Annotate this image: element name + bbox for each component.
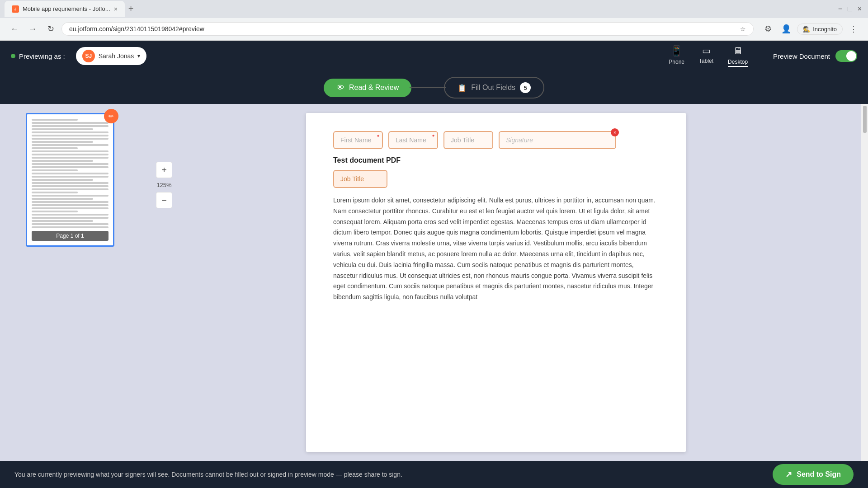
zoom-out-button[interactable]: − bbox=[156, 192, 172, 208]
form-fields-row: First Name * Last Name * Job Title × Sig… bbox=[333, 131, 659, 149]
fill-fields-step[interactable]: 📋 Fill Out Fields 5 bbox=[444, 77, 544, 99]
preview-toggle[interactable] bbox=[835, 50, 857, 62]
forward-button[interactable]: → bbox=[25, 22, 40, 36]
thumb-line bbox=[32, 125, 108, 127]
thumb-line bbox=[32, 169, 78, 171]
first-name-placeholder: First Name bbox=[340, 136, 371, 144]
eye-icon: 👁 bbox=[336, 83, 344, 93]
thumb-line bbox=[32, 166, 108, 168]
thumb-line bbox=[32, 147, 78, 149]
thumbnail-lines bbox=[32, 119, 108, 228]
signature-placeholder: Signature bbox=[506, 136, 533, 144]
new-tab-button[interactable]: + bbox=[128, 4, 134, 14]
preview-document-label: Preview Document bbox=[773, 52, 830, 60]
thumb-line bbox=[32, 131, 108, 133]
phone-icon: 📱 bbox=[670, 45, 683, 57]
thumb-line bbox=[32, 141, 93, 143]
edit-icon: ✏ bbox=[108, 113, 114, 120]
doc-container: ✏ bbox=[0, 104, 868, 461]
scrollbar-thumb[interactable] bbox=[863, 106, 867, 133]
address-text: eu.jotform.com/sign/231401150198042#prev… bbox=[69, 25, 736, 33]
thumb-line bbox=[32, 160, 93, 162]
first-name-field[interactable]: First Name * bbox=[333, 131, 383, 149]
user-selector[interactable]: SJ Sarah Jonas ▾ bbox=[76, 47, 147, 65]
job-title-body-field[interactable]: Job Title bbox=[333, 170, 387, 188]
thumb-line bbox=[32, 220, 93, 222]
extensions-button[interactable]: ⚙ bbox=[761, 22, 775, 36]
thumb-line bbox=[32, 176, 108, 178]
active-tab[interactable]: J Mobile app requriements - Jotfo... × bbox=[5, 1, 125, 17]
thumb-line bbox=[32, 179, 93, 181]
tab-favicon: J bbox=[12, 5, 19, 13]
last-name-field[interactable]: Last Name * bbox=[388, 131, 438, 149]
device-buttons: 📱 Phone ▭ Tablet 🖥 Desktop bbox=[669, 45, 748, 67]
tab-title: Mobile app requriements - Jotfo... bbox=[23, 5, 110, 12]
back-button[interactable]: ← bbox=[7, 22, 22, 36]
scrollbar[interactable] bbox=[861, 104, 868, 461]
zoom-level: 125% bbox=[156, 180, 171, 190]
thumb-line bbox=[32, 135, 108, 136]
refresh-button[interactable]: ↻ bbox=[43, 22, 58, 36]
avatar: SJ bbox=[82, 50, 95, 62]
chevron-down-icon: ▾ bbox=[137, 53, 140, 59]
step-connector bbox=[410, 87, 446, 88]
window-close[interactable]: × bbox=[858, 5, 862, 13]
thumb-line bbox=[32, 163, 108, 165]
thumb-line bbox=[32, 211, 78, 212]
signature-close-icon[interactable]: × bbox=[611, 128, 619, 136]
doc-body-text: Lorem ipsum dolor sit amet, consectetur … bbox=[333, 195, 659, 303]
fill-icon: 📋 bbox=[458, 84, 467, 92]
preview-document-section: Preview Document bbox=[773, 50, 857, 62]
steps-bar: 👁 Read & Review 📋 Fill Out Fields 5 bbox=[0, 71, 868, 104]
main-content: 👁 Read & Review 📋 Fill Out Fields 5 ✏ bbox=[0, 71, 868, 461]
thumb-line bbox=[32, 198, 93, 200]
thumb-line bbox=[32, 204, 108, 206]
desktop-icon: 🖥 bbox=[733, 45, 743, 57]
profile-button[interactable]: 👤 bbox=[779, 22, 793, 36]
tablet-icon: ▭ bbox=[702, 45, 711, 56]
job-title-top-field[interactable]: Job Title bbox=[443, 131, 493, 149]
thumb-line bbox=[32, 182, 108, 184]
send-to-sign-label: Send to Sign bbox=[797, 470, 841, 479]
tablet-label: Tablet bbox=[699, 58, 713, 64]
thumb-line bbox=[32, 201, 108, 203]
bookmark-icon[interactable]: ☆ bbox=[740, 25, 746, 33]
address-bar[interactable]: eu.jotform.com/sign/231401150198042#prev… bbox=[61, 22, 754, 36]
send-to-sign-button[interactable]: ↗ Send to Sign bbox=[773, 464, 854, 485]
incognito-icon: 🕵 bbox=[803, 26, 810, 33]
incognito-badge: 🕵 Incognito bbox=[797, 23, 843, 35]
zoom-in-button[interactable]: + bbox=[156, 162, 172, 178]
menu-button[interactable]: ⋮ bbox=[846, 22, 861, 36]
window-minimize[interactable]: − bbox=[838, 5, 842, 13]
fields-count-badge: 5 bbox=[520, 82, 531, 93]
thumb-line bbox=[32, 144, 108, 146]
job-title-top-placeholder: Job Title bbox=[451, 136, 474, 144]
user-name: Sarah Jonas bbox=[99, 52, 134, 60]
page-thumbnail[interactable]: ✏ bbox=[26, 113, 114, 247]
doc-sidebar: ✏ bbox=[0, 104, 140, 461]
doc-page: First Name * Last Name * Job Title × Sig… bbox=[306, 113, 686, 452]
desktop-device-button[interactable]: 🖥 Desktop bbox=[728, 45, 748, 67]
thumb-line bbox=[32, 195, 108, 197]
phone-label: Phone bbox=[669, 59, 684, 65]
zoom-controls: + 125% − bbox=[156, 162, 172, 208]
tablet-device-button[interactable]: ▭ Tablet bbox=[699, 45, 713, 67]
thumb-line bbox=[32, 138, 108, 140]
thumb-line bbox=[32, 192, 78, 193]
thumbnail-edit-button[interactable]: ✏ bbox=[104, 109, 118, 123]
bottom-bar: You are currently previewing what your s… bbox=[0, 461, 868, 488]
doc-preview: First Name * Last Name * Job Title × Sig… bbox=[140, 104, 861, 461]
thumb-line bbox=[32, 185, 108, 187]
thumb-line bbox=[32, 157, 108, 159]
window-maximize[interactable]: □ bbox=[848, 5, 852, 13]
read-review-step[interactable]: 👁 Read & Review bbox=[324, 79, 411, 97]
thumb-line bbox=[32, 226, 108, 228]
doc-title: Test document PDF bbox=[333, 156, 659, 164]
signature-field[interactable]: × Signature bbox=[499, 131, 616, 149]
tab-close-icon[interactable]: × bbox=[114, 5, 118, 13]
phone-device-button[interactable]: 📱 Phone bbox=[669, 45, 684, 67]
thumb-line bbox=[32, 223, 108, 225]
browser-tabs: J Mobile app requriements - Jotfo... × +… bbox=[0, 0, 868, 18]
incognito-label: Incognito bbox=[813, 26, 837, 33]
bottom-bar-message: You are currently previewing what your s… bbox=[14, 471, 765, 478]
